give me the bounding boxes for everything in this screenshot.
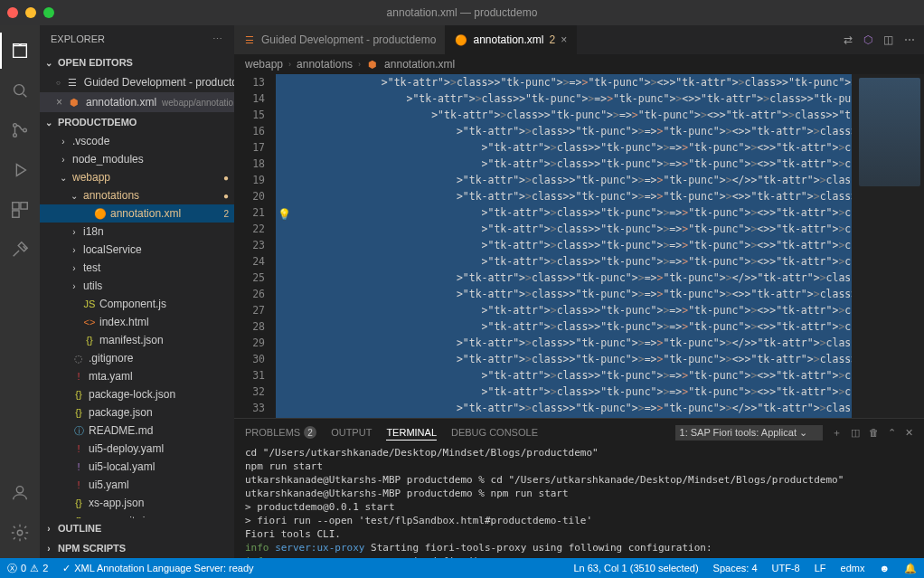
- code-line[interactable]: >"tk-attr">>class>>"tk-punc">>=>>"tk-pun…: [276, 400, 924, 416]
- split-terminal-icon[interactable]: ◫: [851, 427, 860, 439]
- code-line[interactable]: >"tk-attr">>class>>"tk-punc">>=>>"tk-pun…: [276, 90, 924, 107]
- panel-tab-problems[interactable]: PROBLEMS 2: [245, 424, 316, 441]
- status-lang[interactable]: edmx: [834, 563, 872, 573]
- terminal-select[interactable]: 1: SAP Fiori tools: Applicat ⌄: [675, 425, 823, 441]
- fiori-icon[interactable]: ⬡: [863, 33, 872, 46]
- close-icon[interactable]: ×: [561, 33, 567, 46]
- lightbulb-icon[interactable]: 💡: [278, 206, 291, 223]
- status-errors[interactable]: ⓧ 0 ⚠ 2: [0, 558, 55, 578]
- outline-header[interactable]: › OUTLINE: [40, 518, 234, 538]
- tree-item[interactable]: {}manifest.json: [45, 331, 234, 349]
- activity-account[interactable]: [0, 475, 40, 511]
- tree-item[interactable]: !ui5-deploy.yaml: [45, 440, 234, 458]
- tree-item[interactable]: !ui5.yaml: [45, 476, 234, 494]
- activity-debug[interactable]: [0, 152, 40, 188]
- tree-item[interactable]: ›utils: [45, 277, 234, 295]
- code-line[interactable]: >"tk-attr">>class>>"tk-punc">>=>>"tk-pun…: [276, 139, 924, 156]
- tree-item[interactable]: !ui5-local.yaml: [45, 458, 234, 476]
- tree-item[interactable]: ⌄annotations●: [45, 186, 234, 204]
- project-header[interactable]: ⌄ PRODUCTDEMO: [40, 112, 234, 132]
- code-line[interactable]: >"tk-attr">>class>>"tk-punc">>=>>"tk-pun…: [276, 335, 924, 351]
- tree-item[interactable]: ›i18n: [45, 223, 234, 241]
- code-editor[interactable]: 💡 13141516171819202122232425262728293031…: [234, 74, 924, 418]
- open-editor-item[interactable]: ○☰Guided Development - productdemo: [40, 72, 234, 92]
- tree-item[interactable]: 🟠annotation.xml2: [40, 204, 234, 223]
- kill-terminal-icon[interactable]: 🗑: [869, 427, 879, 438]
- editor-tab[interactable]: 🟠annotation.xml 2 ×: [446, 25, 577, 54]
- code-line[interactable]: >"tk-attr">>class>>"tk-punc">>=>>"tk-pun…: [276, 156, 924, 172]
- breadcrumbs[interactable]: webapp›annotations›⬢annotation.xml: [234, 54, 924, 74]
- tree-item[interactable]: ⌄webapp●: [45, 168, 234, 186]
- status-bell-icon[interactable]: 🔔: [897, 563, 924, 574]
- panel-tab-output[interactable]: OUTPUT: [331, 425, 372, 440]
- code-line[interactable]: >"tk-attr">>class>>"tk-punc">>=>>"tk-pun…: [276, 367, 924, 384]
- minimap[interactable]: [852, 74, 924, 418]
- status-cursor[interactable]: Ln 63, Col 1 (3510 selected): [566, 563, 705, 573]
- status-eol[interactable]: LF: [807, 563, 834, 573]
- code-line[interactable]: >"tk-attr">>class>>"tk-punc">>=>>"tk-pun…: [276, 351, 924, 367]
- code-line[interactable]: >"tk-attr">>class>>"tk-punc">>=>>"tk-pun…: [276, 237, 924, 253]
- activity-extensions[interactable]: [0, 192, 40, 228]
- more-actions-icon[interactable]: ⋯: [904, 33, 915, 46]
- activity-explorer[interactable]: [0, 33, 40, 69]
- status-encoding[interactable]: UTF-8: [765, 563, 807, 573]
- code-line[interactable]: >"tk-attr">>class>>"tk-punc">>=>>"tk-pun…: [276, 384, 924, 400]
- terminal-output[interactable]: cd "/Users/utkarshkanade/Desktop/Mindset…: [234, 446, 924, 558]
- breadcrumb-item[interactable]: webapp: [245, 58, 283, 71]
- activity-scm[interactable]: [0, 112, 40, 148]
- minimize-window[interactable]: [25, 7, 36, 18]
- tree-item[interactable]: ›test: [45, 259, 234, 277]
- file-icon: ⬢: [366, 58, 379, 71]
- panel-tab-debug[interactable]: DEBUG CONSOLE: [451, 425, 538, 440]
- explorer-more-icon[interactable]: ⋯: [212, 33, 223, 45]
- code-line[interactable]: >"tk-attr">>class>>"tk-punc">>=>>"tk-pun…: [276, 302, 924, 318]
- activity-search[interactable]: [0, 72, 40, 109]
- editor-tab[interactable]: ☰Guided Development - productdemo: [234, 25, 446, 54]
- activity-tools[interactable]: [0, 232, 40, 268]
- compare-icon[interactable]: ⇄: [844, 33, 853, 46]
- panel-tab-terminal[interactable]: TERMINAL: [386, 425, 437, 441]
- tree-item[interactable]: ›localService: [45, 241, 234, 259]
- tree-item[interactable]: {}package.json: [45, 403, 234, 422]
- code-line[interactable]: >"tk-attr">>class>>"tk-punc">>=>>"tk-pun…: [276, 416, 924, 418]
- maximize-panel-icon[interactable]: ⌃: [888, 427, 896, 439]
- tree-item[interactable]: ⓘREADME.md: [45, 422, 234, 440]
- tree-item[interactable]: {}package-lock.json: [45, 385, 234, 403]
- open-editor-item[interactable]: ×⬢annotation.xml webapp/annotatio...2: [40, 92, 234, 112]
- close-window[interactable]: [7, 7, 18, 18]
- breadcrumb-item[interactable]: annotation.xml: [384, 58, 455, 71]
- tree-item[interactable]: JSComponent.js: [45, 295, 234, 313]
- status-feedback-icon[interactable]: ☻: [872, 563, 897, 573]
- terminal-line: Fiori tools CLI.: [245, 527, 913, 541]
- breadcrumb-item[interactable]: annotations: [297, 58, 353, 71]
- status-lang-server[interactable]: ✓ XML Annotation Language Server: ready: [55, 558, 260, 578]
- tree-item[interactable]: {}xs-app.json: [45, 494, 234, 512]
- tree-item[interactable]: ›node_modules: [45, 150, 234, 168]
- new-terminal-icon[interactable]: ＋: [832, 426, 842, 440]
- activity-settings[interactable]: [0, 515, 40, 551]
- maximize-window[interactable]: [43, 7, 54, 18]
- code-line[interactable]: >"tk-attr">>class>>"tk-punc">>=>>"tk-pun…: [276, 107, 924, 123]
- code-line[interactable]: >"tk-attr">>class>>"tk-punc">>=>>"tk-pun…: [276, 123, 924, 139]
- code-line[interactable]: >"tk-attr">>class>>"tk-punc">>=>>"tk-pun…: [276, 286, 924, 302]
- open-editors-header[interactable]: ⌄ OPEN EDITORS: [40, 52, 234, 72]
- code-line[interactable]: >"tk-attr">>class>>"tk-punc">>=>>"tk-pun…: [276, 172, 924, 188]
- tree-item[interactable]: {}xs-security.json: [45, 512, 234, 518]
- split-editor-icon[interactable]: ◫: [883, 33, 893, 46]
- close-icon[interactable]: ×: [56, 96, 62, 109]
- npm-scripts-header[interactable]: › NPM SCRIPTS: [40, 538, 234, 558]
- code-line[interactable]: >"tk-attr">>class>>"tk-punc">>=>>"tk-pun…: [276, 74, 924, 90]
- tree-item[interactable]: <>index.html: [45, 313, 234, 331]
- code-line[interactable]: >"tk-attr">>class>>"tk-punc">>=>>"tk-pun…: [276, 204, 924, 221]
- tree-item[interactable]: ›.vscode: [45, 132, 234, 150]
- status-spaces[interactable]: Spaces: 4: [706, 563, 765, 573]
- code-line[interactable]: >"tk-attr">>class>>"tk-punc">>=>>"tk-pun…: [276, 253, 924, 270]
- code-line[interactable]: >"tk-attr">>class>>"tk-punc">>=>>"tk-pun…: [276, 221, 924, 237]
- tree-item[interactable]: !mta.yaml: [45, 367, 234, 385]
- code-line[interactable]: >"tk-attr">>class>>"tk-punc">>=>>"tk-pun…: [276, 270, 924, 286]
- tree-item[interactable]: ◌.gitignore: [45, 349, 234, 367]
- svg-rect-6: [13, 211, 19, 217]
- code-line[interactable]: >"tk-attr">>class>>"tk-punc">>=>>"tk-pun…: [276, 188, 924, 204]
- code-line[interactable]: >"tk-attr">>class>>"tk-punc">>=>>"tk-pun…: [276, 318, 924, 335]
- close-panel-icon[interactable]: ✕: [905, 427, 913, 439]
